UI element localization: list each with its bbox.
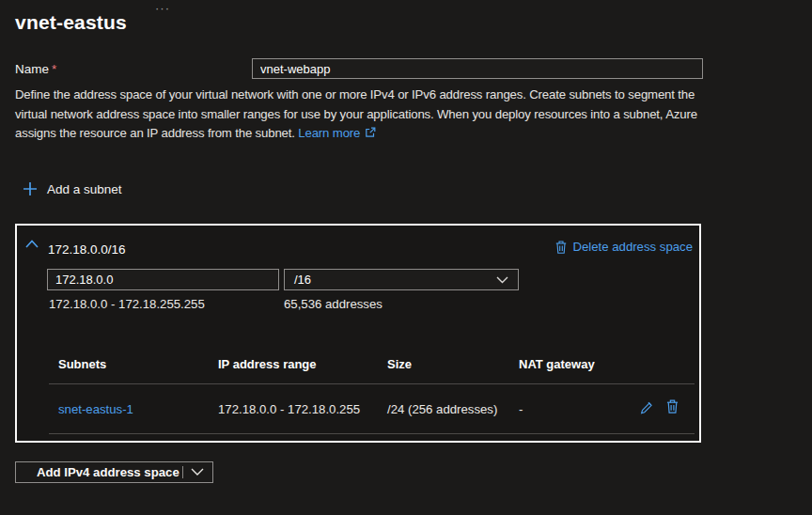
column-header-ip-range: IP address range — [218, 357, 317, 371]
vnet-edit-page: { "page": { "title": "vnet-eastus", "mor… — [0, 0, 812, 515]
chevron-down-icon — [496, 276, 508, 284]
plus-icon — [23, 181, 38, 196]
address-range-text: 172.18.0.0 - 172.18.255.255 — [49, 297, 205, 311]
address-count-text: 65,536 addresses — [284, 297, 383, 311]
delete-address-space-button[interactable]: Delete address space — [555, 240, 693, 254]
subnet-size: /24 (256 addresses) — [387, 402, 497, 416]
add-subnet-label: Add a subnet — [47, 182, 122, 196]
name-input[interactable] — [252, 58, 703, 79]
prefix-size-value: /16 — [294, 273, 311, 287]
add-ipv4-label: Add IPv4 address space — [37, 465, 180, 479]
subnet-nat-gateway: - — [519, 402, 523, 416]
edit-subnet-button[interactable] — [639, 400, 653, 414]
description-line-2: virtual network address space into small… — [15, 105, 697, 125]
column-header-nat-gateway: NAT gateway — [519, 357, 595, 371]
trash-icon — [555, 241, 567, 254]
address-space-cidr: 172.18.0.0/16 — [48, 242, 126, 257]
learn-more-link[interactable]: Learn more — [298, 126, 376, 140]
pencil-icon — [639, 403, 653, 417]
column-header-subnets: Subnets — [58, 357, 106, 371]
collapse-chevron-icon[interactable] — [25, 240, 39, 249]
table-header-divider — [49, 383, 695, 384]
required-asterisk: * — [52, 62, 56, 76]
page-title: vnet-eastus — [15, 11, 127, 34]
trash-icon — [666, 402, 679, 416]
description-line-3: assigns the resource an IP address from … — [15, 124, 697, 145]
description-line-1: Define the address space of your virtual… — [15, 86, 697, 105]
address-space-description: Define the address space of your virtual… — [15, 86, 697, 145]
name-label: Name* — [15, 62, 56, 76]
prefix-size-dropdown[interactable]: /16 — [284, 269, 519, 290]
add-ipv4-address-space-button[interactable]: Add IPv4 address space — [15, 461, 213, 483]
subnet-name-link[interactable]: snet-eastus-1 — [58, 402, 133, 416]
more-options-button[interactable]: ··· — [155, 1, 170, 15]
delete-subnet-button[interactable] — [666, 399, 679, 414]
add-subnet-button[interactable]: Add a subnet — [23, 181, 122, 196]
description-line-3-text: assigns the resource an IP address from … — [15, 126, 295, 140]
column-header-size: Size — [387, 357, 412, 371]
table-bottom-divider — [49, 433, 695, 434]
address-space-card: 172.18.0.0/16 Delete address space /16 1… — [15, 224, 701, 443]
delete-address-space-label: Delete address space — [572, 240, 693, 254]
subnet-ip-range: 172.18.0.0 - 172.18.0.255 — [218, 402, 360, 416]
split-button-separator — [182, 466, 183, 478]
name-label-text: Name — [15, 62, 49, 76]
learn-more-label: Learn more — [298, 126, 360, 140]
external-link-icon — [365, 125, 376, 145]
chevron-down-icon[interactable] — [191, 468, 204, 476]
address-space-ip-input[interactable] — [47, 269, 279, 290]
